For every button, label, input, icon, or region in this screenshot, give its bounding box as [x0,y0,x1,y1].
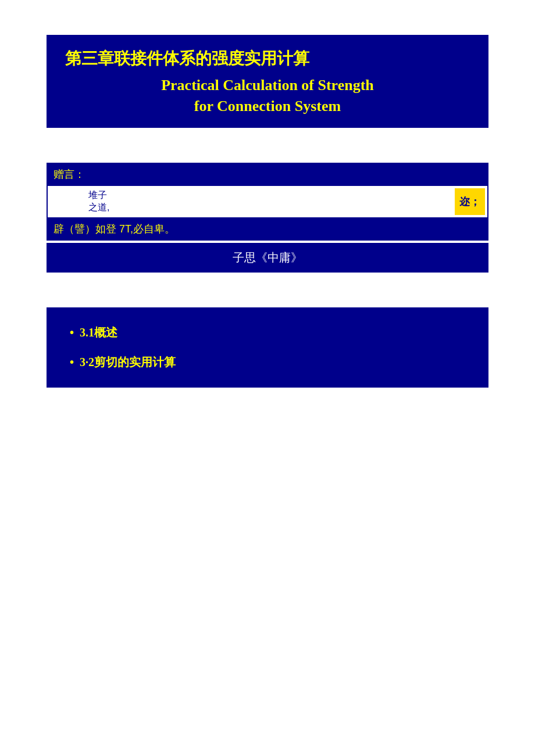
dedication-footer-text: 子思《中庸》 [233,251,302,264]
toc-number-0: 3.1 [80,326,94,339]
dedication-section: 赠言： 堆子 之道, 迩； 辟（譬）如登 7T,必自卑。 子思《中庸》 [47,163,488,273]
toc-item-1[interactable]: • 3·2 剪切的实用计算 [70,354,465,370]
toc-block: • 3.1 概述• 3·2 剪切的实用计算 [47,307,488,388]
dedication-badge: 迩； [455,188,485,215]
dedication-middle-content: 堆子 之道, [83,186,452,217]
title-chinese: 第三章联接件体系的强度实用计算 [65,48,470,70]
title-english-line2: for Connection System [65,98,470,115]
title-english-line1: Practical Calculation of Strength [65,77,470,94]
dedication-stack-line1: 堆子 [88,189,107,202]
dedication-stack-line2: 之道, [88,202,109,214]
dedication-body-text: 辟（譬）如登 7T,必自卑。 [54,223,175,235]
dedication-header: 赠言： [47,163,488,186]
toc-label-0: 概述 [94,325,117,341]
dedication-header-text: 赠言： [54,169,85,180]
toc-number-1: 3·2 [80,356,94,369]
dedication-middle-row: 堆子 之道, 迩； [47,186,488,217]
page: 第三章联接件体系的强度实用计算 Practical Calculation of… [0,0,535,756]
toc-bullet-0: • [70,326,74,339]
dedication-middle-spacer [48,186,83,217]
toc-item-0[interactable]: • 3.1 概述 [70,325,465,341]
dedication-footer: 子思《中庸》 [47,243,488,273]
dedication-body: 辟（譬）如登 7T,必自卑。 [47,217,488,241]
toc-bullet-1: • [70,356,74,369]
toc-label-1: 剪切的实用计算 [94,354,176,370]
title-block: 第三章联接件体系的强度实用计算 Practical Calculation of… [47,35,488,128]
